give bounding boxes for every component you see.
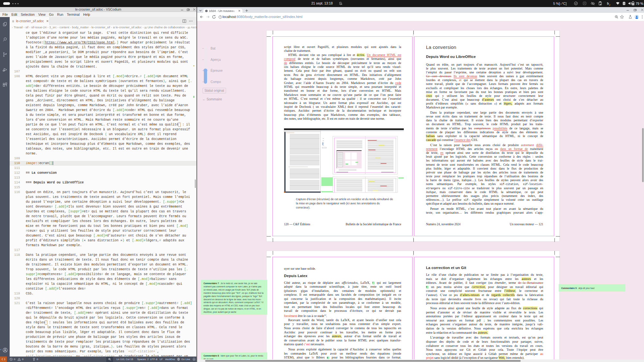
breadcrumb-item[interactable]: Asciidoc, langa	[191, 26, 196, 29]
url-bar[interactable]: localhost:8080/body_matter/le-crosnier_s…	[223, 14, 302, 19]
slider-label-epreuve[interactable]: Épreuve	[211, 69, 223, 72]
editor-line[interactable]: plus souvent. Les traitements de texte a…	[10, 195, 196, 200]
horizontal-scrollbar-thumb[interactable]	[205, 360, 521, 362]
breadcrumb-item[interactable]: sif	[25, 26, 28, 29]
menu-item-go[interactable]: Go	[47, 13, 55, 16]
editor-line[interactable]: partie de ce que l’on peut faire en HTML…	[10, 122, 196, 127]
comment-box-7[interactable]: Commentaire 7 : Je le mets ici, une seul…	[201, 280, 267, 315]
editor-line[interactable]: l’essentiel des caractéristiques. Asciid…	[10, 137, 196, 142]
breadcrumb-item[interactable]: content	[60, 26, 70, 29]
editor-scrollbar-thumb[interactable]	[195, 180, 196, 188]
editor-line[interactable]: ajoutés dans la chaîne de traitement.	[10, 64, 196, 69]
editor-line[interactable]: 120	[10, 296, 196, 301]
forward-icon[interactable]	[206, 15, 210, 19]
screen-share-off-icon[interactable]	[591, 1, 595, 6]
editor-line[interactable]: ces balises éloigne le code source HTML …	[10, 88, 196, 93]
status-bell-icon[interactable]	[192, 357, 196, 361]
split-editor-icon[interactable]	[182, 19, 186, 23]
reload-icon[interactable]	[212, 15, 216, 19]
editor-line[interactable]: à la fixité du média paginé, il faut don…	[10, 45, 196, 50]
breadcrumb-item[interactable]: Une chaîne de collaboration	[147, 26, 185, 29]
workspace-indicator-active[interactable]	[3, 2, 10, 5]
workspace-dot[interactable]	[17, 3, 19, 5]
editor-line[interactable]: 113	[10, 175, 196, 180]
wifi-icon[interactable]	[616, 1, 620, 6]
menu-item-help[interactable]: Help	[81, 13, 92, 16]
editor-line[interactable]: est composé# de texte et de balises symé…	[10, 79, 196, 84]
comment-box-9[interactable]: Commentaire 9 : déjà dit plus haut	[559, 284, 625, 292]
tray-app-icon[interactable]	[582, 1, 587, 6]
search-icon[interactable]	[2, 37, 8, 42]
editor-line[interactable]: Trop souvent, le code HTML produit par l…	[10, 267, 196, 272]
tab-le-crosnier-sif[interactable]: ≣ le-crosnier_sif.adoc ✕	[10, 17, 50, 25]
editor-line[interactable]: se concentre sur l’essentiel nécessaire …	[10, 127, 196, 132]
editor-line[interactable]: profit d’éditeurs simplifiés (« sans dis…	[10, 238, 196, 243]
breadcrumb-item[interactable]: Travail	[14, 26, 23, 29]
editor-line[interactable]: suppr]#compétences# [.add]#possibilités#…	[10, 272, 196, 277]
statut-original-button[interactable]: Statut original	[203, 88, 226, 93]
tab-search-icon[interactable]	[198, 9, 203, 13]
editor-line[interactable]: principalement avec le script libre et o…	[10, 60, 196, 64]
code-editor[interactable]: ce que l’éditeur à organisé sur la page.…	[10, 30, 196, 362]
menu-item-run[interactable]: Run	[55, 13, 65, 16]
horizontal-scrollbar[interactable]	[197, 359, 644, 362]
editor-line[interactable]: l’adoption d’une norme pour les médias p…	[10, 35, 196, 40]
preview-slider-thumb[interactable]	[204, 69, 207, 72]
chrome-labs-beaker-icon[interactable]	[628, 15, 632, 19]
clock[interactable]: 21 sept. 13:18	[307, 1, 337, 5]
editor-line[interactable]: de traitement. Il existe bien des module…	[10, 262, 196, 267]
bluetooth-icon[interactable]	[622, 1, 627, 6]
menu-item-terminal[interactable]: Terminal	[65, 13, 81, 16]
status-go-live[interactable]: Go Live	[177, 357, 190, 362]
editor-line[interactable]: norme.	[10, 151, 196, 156]
editor-line[interactable]: 109	[10, 156, 196, 161]
editor-line[interactable]: add]#de# différentes entités. Le besoin …	[10, 84, 196, 88]
zoom-icon[interactable]	[614, 15, 619, 19]
bookmark-star-icon[interactable]	[620, 15, 624, 19]
editor-line[interactable]: #différemment# l’encodage HTML des artic…	[10, 306, 196, 311]
editor-line[interactable]: lors d’une conversion en HTML. Mais Mark…	[10, 117, 196, 122]
editor-line[interactable]: 119CSS.	[10, 291, 196, 296]
explorer-icon[interactable]	[2, 22, 8, 27]
profile-avatar-icon[interactable]	[634, 14, 639, 19]
editor-line[interactable]: constitue [.add]#l'essence des#	[10, 286, 196, 291]
editor-line[interactable]: 114=== Depuis Word ou LibreOffice	[10, 180, 196, 185]
editor-line[interactable]: mise en forme ne favorisent pas du tout …	[10, 224, 196, 228]
browser-menu-kebab-icon[interactable]	[640, 15, 644, 19]
editor-line[interactable]: 115	[10, 185, 196, 190]
menu-item-selection[interactable]: Selection	[19, 13, 36, 16]
editor-line[interactable]: avoir des noms sémantiques. Par exemple,…	[10, 349, 196, 354]
tab-close-icon[interactable]: ✕	[238, 9, 241, 13]
editor-line[interactable]: 117	[10, 248, 196, 253]
remote-indicator[interactable]	[0, 357, 7, 362]
editor-line[interactable]: lourdes et complexes, [suppr]#et# qui se…	[10, 209, 196, 214]
editor-line[interactable]: des règles` : seules les informations qu…	[10, 320, 196, 325]
breadcrumb-item[interactable]: body_matter	[72, 26, 89, 29]
editor-line[interactable]: exclusifs et compliquer les choses lors …	[10, 219, 196, 224]
temperature-indicator[interactable]: 5 %[–°C]	[553, 2, 567, 5]
account-icon[interactable]	[2, 347, 8, 353]
browser-close-button[interactable]	[641, 8, 644, 11]
status-language-mode[interactable]: AsciiDoc	[165, 357, 175, 362]
editor-line[interactable]: tableaux, des notes, une bibliographie, …	[10, 146, 196, 151]
tab-close-icon[interactable]: ✕	[46, 19, 49, 23]
browser-restore-button[interactable]	[634, 8, 637, 11]
status-eol[interactable]: LF	[160, 357, 163, 362]
editor-line[interactable]: technique et incorpore beaucoup plus d’é…	[10, 142, 196, 146]
site-info-icon[interactable]	[218, 15, 223, 19]
extensions-icon[interactable]	[2, 82, 8, 88]
editor-line[interactable]: Swartz en 2004. Markdown permet d’écrire…	[10, 108, 196, 113]
editor-line[interactable]: gens _écrivent_ directement en HTML. Des…	[10, 98, 196, 103]
browser-active-tab[interactable]: 1024 - Un nouveau m ✕	[203, 9, 242, 13]
new-tab-button[interactable]	[245, 9, 249, 13]
check-circle-icon[interactable]	[574, 1, 578, 6]
clipboard-icon[interactable]	[598, 1, 603, 6]
slider-label-compo[interactable]: Compo	[211, 80, 221, 84]
workspace-dot[interactable]	[15, 3, 16, 5]
workspace-dot[interactable]	[12, 3, 14, 5]
editor-line[interactable]: écrits dans un traitement de texte. Il n…	[10, 257, 196, 262]
keyboard-layout-indicator[interactable]: fr2	[607, 2, 610, 6]
breadcrumb-item[interactable]: le-crosnier_sif	[91, 26, 110, 29]
editor-line[interactable]: ce que l’éditeur à organisé sur la page.…	[10, 31, 196, 35]
status-indentation[interactable]: Spaces: 2	[137, 357, 149, 362]
